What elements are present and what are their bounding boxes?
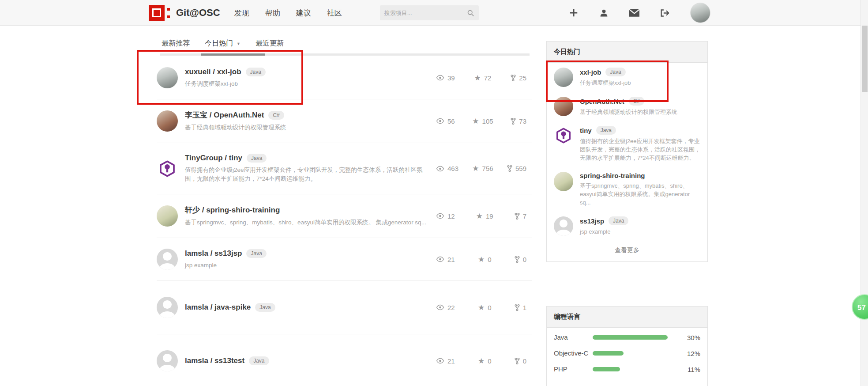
lang-percent: 30% <box>687 334 700 341</box>
project-title[interactable]: lamsla / ss13test <box>185 356 244 365</box>
tiny-logo-icon <box>158 160 176 178</box>
star-count: ★ 19 <box>476 212 493 220</box>
hot-item-ss13jsp[interactable]: ss13jsp Java jsp example <box>547 212 707 241</box>
star-count: ★ 0 <box>478 357 492 365</box>
hot-item-xxl-job[interactable]: xxl-job Java 任务调度框架xxl-job <box>547 63 707 92</box>
watch-count: 39 <box>436 74 455 82</box>
language-badge: Java <box>255 303 275 312</box>
nav-link-community[interactable]: 社区 <box>327 8 342 18</box>
language-badge: Java <box>246 249 266 258</box>
fork-count: 73 <box>511 117 526 125</box>
project-description: 基于经典领域驱动设计的权限管理系统 <box>185 123 429 132</box>
hot-item-title[interactable]: OpenAuth.Net <box>580 98 624 105</box>
avatar <box>554 97 573 116</box>
hot-item-openauth[interactable]: OpenAuth.Net C# 基于经典领域驱动设计的权限管理系统 <box>547 92 707 121</box>
user-avatar[interactable] <box>690 3 710 23</box>
eye-icon <box>436 213 444 219</box>
avatar <box>554 68 573 87</box>
hot-item-description: 基于经典领域驱动设计的权限管理系统 <box>580 108 700 116</box>
language-badge: Java <box>249 356 269 365</box>
gitosc-logo-mark <box>149 5 165 21</box>
star-icon: ★ <box>472 117 479 125</box>
language-badge: Java <box>609 216 628 225</box>
search-input[interactable] <box>384 10 467 16</box>
brand-title: Git@OSC <box>176 7 220 19</box>
feed-tabs: 最新推荐 今日热门 ▼ 最近更新 <box>162 39 284 48</box>
project-stats: 463 ★ 756 559 <box>436 165 526 172</box>
scrollbar-thumb[interactable] <box>862 26 868 92</box>
tab-latest-recommended[interactable]: 最新推荐 <box>162 39 190 48</box>
project-row-spring-shiro[interactable]: 轩少 / spring-shiro-training 基于springmvc、s… <box>157 194 532 238</box>
star-icon: ★ <box>478 304 485 311</box>
eye-icon <box>436 166 444 172</box>
project-title[interactable]: xuxueli / xxl-job <box>185 68 241 76</box>
hot-item-title[interactable]: spring-shiro-training <box>580 172 645 179</box>
avatar <box>157 205 178 227</box>
project-row-tiny[interactable]: TinyGroup / tiny Java 值得拥有的企业级j2ee应用开发框架… <box>157 143 532 194</box>
project-row-ss13test[interactable]: lamsla / ss13test Java 21 ★ 0 0 <box>157 334 532 386</box>
tab-recently-updated[interactable]: 最近更新 <box>256 39 284 48</box>
fork-icon <box>511 117 516 125</box>
project-stats: 22 ★ 0 1 <box>436 304 526 311</box>
project-stats: 21 ★ 0 0 <box>436 256 526 263</box>
watch-count: 56 <box>436 117 455 125</box>
mail-icon[interactable] <box>629 9 639 17</box>
project-row-openauth[interactable]: 李玉宝 / OpenAuth.Net C# 基于经典领域驱动设计的权限管理系统 … <box>157 99 532 143</box>
speed-badge-value: 57 <box>857 303 866 312</box>
hot-item-title[interactable]: xxl-job <box>580 68 601 76</box>
nav-link-help[interactable]: 帮助 <box>265 8 280 18</box>
avatar <box>157 297 178 318</box>
nav-link-suggest[interactable]: 建议 <box>296 8 311 18</box>
fork-icon <box>515 357 520 365</box>
star-count: ★ 0 <box>478 256 492 263</box>
chevron-down-icon: ▼ <box>237 42 240 46</box>
star-icon: ★ <box>476 212 483 220</box>
project-title[interactable]: lamsla / ss13jsp <box>185 249 242 258</box>
tab-today-hot[interactable]: 今日热门 ▼ <box>205 39 240 48</box>
search-box[interactable] <box>380 5 479 20</box>
eye-icon <box>436 118 444 124</box>
eye-icon <box>436 304 444 310</box>
view-more-link[interactable]: 查看更多 <box>547 241 707 261</box>
lang-bar <box>593 351 624 356</box>
today-hot-header: 今日热门 <box>547 42 707 63</box>
star-icon: ★ <box>478 256 485 263</box>
project-row-ss13jsp[interactable]: lamsla / ss13jsp Java jsp example 21 ★ 0… <box>157 238 532 281</box>
star-count: ★ 756 <box>472 165 493 172</box>
project-row-xxl-job[interactable]: xuxueli / xxl-job Java 任务调度框架xxl-job 39 … <box>157 57 532 99</box>
project-title[interactable]: 轩少 / spring-shiro-training <box>185 205 280 215</box>
gitosc-logo[interactable]: Git@OSC <box>149 5 220 21</box>
hot-item-title[interactable]: ss13jsp <box>580 217 604 225</box>
top-navbar: Git@OSC 发现 帮助 建议 社区 <box>0 0 868 26</box>
hot-item-spring-shiro[interactable]: spring-shiro-training 基于springmvc、spring… <box>547 167 707 212</box>
lang-bar <box>593 335 668 340</box>
language-badge: Java <box>596 126 616 135</box>
star-count: ★ 72 <box>474 74 492 82</box>
project-title[interactable]: TinyGroup / tiny <box>185 154 242 163</box>
avatar <box>157 158 178 179</box>
page-scrollbar[interactable] <box>860 0 868 386</box>
user-icon[interactable] <box>599 8 609 18</box>
project-title[interactable]: 李玉宝 / OpenAuth.Net <box>185 110 264 120</box>
logout-icon[interactable] <box>660 9 669 17</box>
fork-count: 0 <box>515 357 526 365</box>
avatar <box>554 126 573 145</box>
lang-name: Objective-C <box>554 349 593 358</box>
project-description: 值得拥有的企业级j2ee应用开发框架套件，专业团队开发，完整的生态体系，活跃的社… <box>185 166 429 183</box>
star-icon: ★ <box>478 357 485 365</box>
fork-icon <box>507 165 512 172</box>
lang-percent: 11% <box>688 366 700 373</box>
nav-link-discover[interactable]: 发现 <box>234 8 249 18</box>
hot-item-title[interactable]: tiny <box>580 127 592 134</box>
new-project-icon[interactable] <box>569 8 579 18</box>
search-icon[interactable] <box>467 9 474 17</box>
hot-item-tiny[interactable]: tiny Java 值得拥有的企业级j2ee应用开发框架套件，专业团队开发，完整… <box>547 121 707 167</box>
star-count: ★ 105 <box>472 117 493 125</box>
language-badge: Java <box>247 154 267 163</box>
project-row-java-spike[interactable]: lamsla / java-spike Java 22 ★ 0 1 <box>157 281 532 334</box>
speed-badge-overlay[interactable]: 57 <box>852 294 868 320</box>
watch-count: 22 <box>436 304 455 311</box>
hot-item-description: jsp example <box>580 227 700 236</box>
project-title[interactable]: lamsla / java-spike <box>185 303 251 312</box>
avatar <box>157 249 178 270</box>
